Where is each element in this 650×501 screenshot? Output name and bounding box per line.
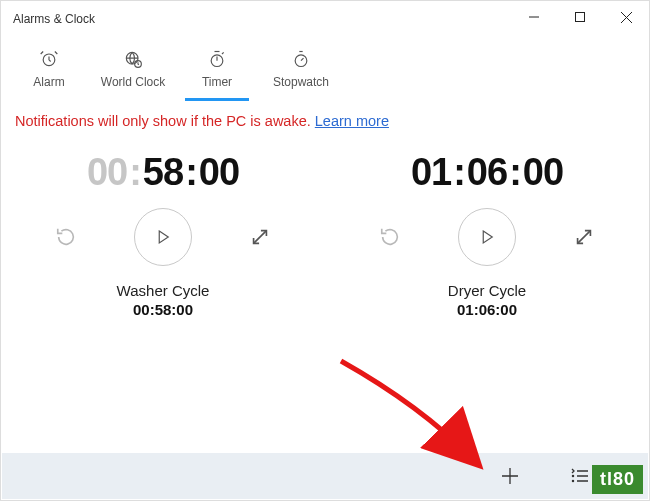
stopwatch-icon [291, 49, 311, 69]
titlebar: Alarms & Clock [1, 1, 649, 33]
tab-timer[interactable]: Timer [175, 41, 259, 99]
add-timer-button[interactable] [492, 458, 528, 494]
timer-icon [207, 49, 227, 69]
svg-point-6 [572, 475, 573, 476]
timer-duration: 01:06:00 [457, 301, 517, 318]
hours: 00 [87, 151, 127, 193]
edit-list-icon [570, 467, 590, 485]
timer-controls [48, 208, 278, 266]
svg-point-7 [572, 480, 573, 481]
tab-bar: Alarm World Clock Timer Stopwatch [1, 33, 649, 99]
world-clock-icon [123, 49, 143, 69]
minutes: 58 [143, 151, 183, 193]
expand-button[interactable] [566, 219, 602, 255]
reset-button[interactable] [372, 219, 408, 255]
reset-button[interactable] [48, 219, 84, 255]
expand-button[interactable] [242, 219, 278, 255]
alarm-icon [39, 49, 59, 69]
tab-label: Alarm [33, 75, 64, 89]
timer-card: 00:58:00 Washer Cycle 00:58:00 [11, 151, 315, 318]
seconds: 00 [523, 151, 563, 193]
timer-display: 01:06:00 [411, 151, 563, 194]
tab-label: Timer [202, 75, 232, 89]
timer-duration: 00:58:00 [133, 301, 193, 318]
timers-container: 00:58:00 Washer Cycle 00:58:00 [1, 139, 649, 318]
tab-stopwatch[interactable]: Stopwatch [259, 41, 343, 99]
timer-name: Dryer Cycle [448, 282, 526, 299]
reset-icon [379, 226, 401, 248]
notification-bar: Notifications will only show if the PC i… [1, 99, 649, 139]
plus-icon [501, 467, 519, 485]
close-button[interactable] [603, 1, 649, 33]
notification-link[interactable]: Learn more [315, 113, 389, 129]
maximize-button[interactable] [557, 1, 603, 33]
notification-text: Notifications will only show if the PC i… [15, 113, 315, 129]
expand-icon [573, 226, 595, 248]
timer-name: Washer Cycle [117, 282, 210, 299]
tab-label: World Clock [101, 75, 165, 89]
expand-icon [249, 226, 271, 248]
tab-alarm[interactable]: Alarm [7, 41, 91, 99]
minimize-button[interactable] [511, 1, 557, 33]
play-icon [478, 228, 496, 246]
timer-card: 01:06:00 Dryer Cycle 01:06:00 [335, 151, 639, 318]
window-controls [511, 1, 649, 33]
hours: 01 [411, 151, 451, 193]
seconds: 00 [199, 151, 239, 193]
timer-display: 00:58:00 [87, 151, 239, 194]
minutes: 06 [467, 151, 507, 193]
tab-label: Stopwatch [273, 75, 329, 89]
command-bar [2, 453, 648, 499]
svg-rect-0 [576, 13, 585, 22]
tab-world-clock[interactable]: World Clock [91, 41, 175, 99]
play-button[interactable] [134, 208, 192, 266]
play-button[interactable] [458, 208, 516, 266]
play-icon [154, 228, 172, 246]
watermark: tl80 [592, 465, 643, 494]
timer-controls [372, 208, 602, 266]
window-title: Alarms & Clock [13, 8, 511, 26]
reset-icon [55, 226, 77, 248]
